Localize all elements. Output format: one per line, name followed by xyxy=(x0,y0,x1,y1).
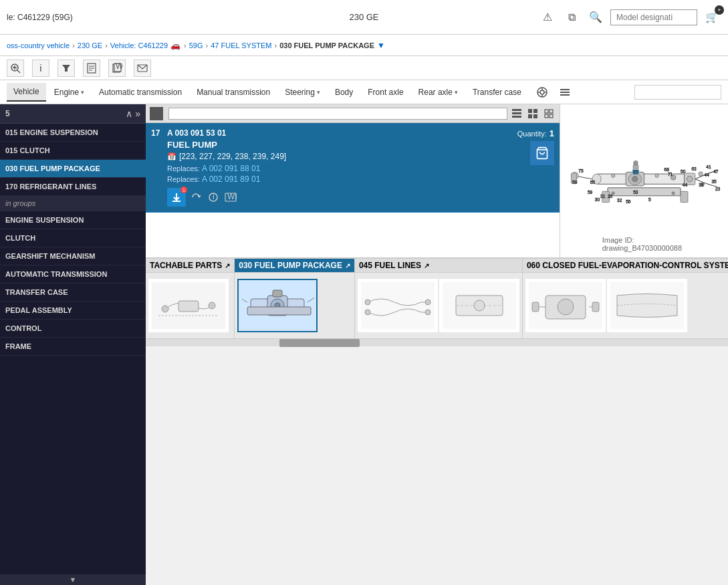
tab-extra-icon-2[interactable] xyxy=(556,84,574,101)
thumb-img-evap-1[interactable] xyxy=(525,279,606,332)
svg-rect-89 xyxy=(178,301,199,312)
sidebar-item-pedal[interactable]: PEDAL ASSEMBLY xyxy=(0,302,146,320)
svg-text:35: 35 xyxy=(711,179,717,183)
parts-search-input[interactable] xyxy=(168,108,507,120)
svg-rect-96 xyxy=(247,307,311,315)
parts-toolbar-select[interactable] xyxy=(150,107,163,120)
thumb-label-evaporation[interactable]: 060 CLOSED FUEL-EVAPORATION-CONTROL SYST… xyxy=(523,259,728,273)
horizontal-scrollbar[interactable] xyxy=(146,338,728,346)
breadcrumb-item-1[interactable]: 230 GE xyxy=(78,41,102,49)
thumb-label-fuel-lines[interactable]: 045 FUEL LINES ↗ xyxy=(355,259,522,273)
mail-icon[interactable] xyxy=(134,60,151,77)
svg-point-47 xyxy=(632,176,638,182)
tab-extra-icon-1[interactable] xyxy=(533,84,551,101)
cart-icon[interactable]: 🛒+ xyxy=(703,8,721,27)
part-details: A 003 091 53 01 FUEL PUMP 📅 [223, 227, 2… xyxy=(167,128,512,207)
diagram-area: 65 75 68 71 63 41 44 47 35 38 44 50 5 56 xyxy=(560,104,728,257)
svg-text:56: 56 xyxy=(626,199,631,203)
nav-tabs: Vehicle Engine ▾ Automatic transmission … xyxy=(0,80,728,104)
tab-automatic-transmission[interactable]: Automatic transmission xyxy=(92,84,189,101)
thumb-label-fuel-pump[interactable]: 030 FUEL PUMP PACKAGE ↗ xyxy=(235,259,354,273)
sidebar-item-fuel-pump[interactable]: 030 FUEL PUMP PACKAGE xyxy=(0,160,146,178)
thumb-img-evap-2[interactable] xyxy=(607,279,687,332)
sidebar-expand-btn[interactable]: » xyxy=(135,108,140,119)
copy-icon[interactable]: ⧉ xyxy=(562,8,581,27)
doc1-icon[interactable] xyxy=(83,60,100,77)
replaces-link-2[interactable]: A 002 091 89 01 xyxy=(202,174,260,184)
filter-icon[interactable] xyxy=(57,60,75,77)
svg-text:50: 50 xyxy=(681,168,686,173)
parts-list-view-icon[interactable] xyxy=(510,107,523,120)
sidebar-item-transfer[interactable]: TRANSFER CASE xyxy=(0,283,146,302)
parts-list: 17 A 003 091 53 01 FUEL PUMP 📅 [223, 227… xyxy=(146,104,560,257)
svg-point-107 xyxy=(558,299,574,315)
sidebar-item-frame[interactable]: FRAME xyxy=(0,338,146,356)
thumb-img-fuel-lines-2[interactable] xyxy=(439,279,519,332)
tab-steering[interactable]: Steering ▾ xyxy=(278,84,327,101)
sidebar-collapse-btn[interactable]: ∧ xyxy=(126,108,132,119)
vehicle-info-icon[interactable]: 🚗 xyxy=(170,40,181,51)
thumb-label-attachable[interactable]: TACHABLE PARTS ↗ xyxy=(146,259,234,273)
cart-badge: + xyxy=(715,5,724,15)
top-bar: le: C461229 (59G) 230 GE ⚠ ⧉ 🔍 🛒+ xyxy=(0,0,728,35)
thumb-img-fuel-pump-1[interactable] xyxy=(237,279,318,332)
part-download-btn[interactable]: 1 xyxy=(167,188,186,207)
tab-body[interactable]: Body xyxy=(328,84,360,101)
part-info-icon[interactable]: i xyxy=(206,190,221,205)
info-icon[interactable]: i xyxy=(32,60,49,77)
parts-expand-icon[interactable] xyxy=(542,107,556,120)
tab-manual-transmission[interactable]: Manual transmission xyxy=(190,84,277,101)
sidebar-item-auto-trans[interactable]: AUTOMATIC TRANSMISSION xyxy=(0,265,146,283)
scroll-down-btn[interactable]: ▼ xyxy=(70,576,77,584)
tab-rear-axle[interactable]: Rear axle ▾ xyxy=(412,84,465,101)
svg-rect-22 xyxy=(512,109,521,111)
sidebar-item-clutch[interactable]: 015 CLUTCH xyxy=(0,142,146,160)
tab-transfer-case[interactable]: Transfer case xyxy=(466,84,528,101)
sidebar-item-engine-suspension[interactable]: 015 ENGINE SUSPENSION xyxy=(0,124,146,142)
warning-icon[interactable]: ⚠ xyxy=(538,8,557,27)
search-icon-top[interactable]: 🔍 xyxy=(586,8,605,27)
sidebar-item-refrigerant[interactable]: 170 REFRIGERANT LINES xyxy=(0,178,146,196)
zoom-in-icon[interactable] xyxy=(7,60,24,77)
sidebar-scroll-down[interactable]: ▼ xyxy=(0,574,146,585)
model-label: 230 GE xyxy=(349,12,378,22)
breadcrumb-dropdown-icon[interactable]: ▼ xyxy=(377,41,385,50)
part-models: 📅 [223, 227, 229, 238, 239, 249] xyxy=(167,152,512,161)
svg-text:47: 47 xyxy=(713,168,719,173)
nav-search-input[interactable] xyxy=(634,85,721,100)
svg-point-49 xyxy=(634,160,638,165)
model-search-input[interactable] xyxy=(610,9,697,25)
tab-vehicle[interactable]: Vehicle xyxy=(7,83,46,102)
part-wis-icon[interactable]: WIS xyxy=(223,190,238,205)
bottom-strip: TACHABLE PARTS ↗ xyxy=(146,258,728,338)
svg-point-14 xyxy=(540,90,544,94)
scrollbar-thumb[interactable] xyxy=(279,339,360,347)
svg-rect-29 xyxy=(545,110,548,113)
svg-text:59: 59 xyxy=(572,180,578,185)
svg-text:41: 41 xyxy=(706,164,711,168)
thumb-img-attachable-1[interactable] xyxy=(148,279,229,332)
sidebar-item-gearshift[interactable]: GEARSHIFT MECHANISM xyxy=(0,247,146,265)
thumb-external-icon-1: ↗ xyxy=(345,262,350,269)
sidebar-item-control[interactable]: CONTROL xyxy=(0,320,146,338)
tab-front-axle[interactable]: Front axle xyxy=(361,84,410,101)
doc2-icon[interactable]: WIS xyxy=(108,60,126,77)
thumb-img-fuel-lines-1[interactable] xyxy=(358,279,438,332)
svg-rect-31 xyxy=(545,114,548,118)
tab-engine[interactable]: Engine ▾ xyxy=(47,84,91,101)
sidebar-item-engine-susp-group[interactable]: ENGINE SUSPENSION xyxy=(0,211,146,229)
replaces-link-1[interactable]: A 002 091 88 01 xyxy=(202,164,260,173)
add-to-cart-btn[interactable] xyxy=(530,141,554,165)
part-row: 17 A 003 091 53 01 FUEL PUMP 📅 [223, 227… xyxy=(146,123,560,213)
breadcrumb-item-0[interactable]: oss-country vehicle xyxy=(7,41,70,49)
breadcrumb-item-2[interactable]: Vehicle: C461229 xyxy=(110,41,168,49)
svg-point-99 xyxy=(425,300,431,305)
parts-grid-view-icon[interactable] xyxy=(526,107,539,120)
breadcrumb-item-3[interactable]: 59G xyxy=(189,41,203,49)
sidebar-item-clutch-group[interactable]: CLUTCH xyxy=(0,229,146,247)
part-refresh-icon[interactable] xyxy=(189,190,203,205)
breadcrumb-item-4[interactable]: 47 FUEL SYSTEM xyxy=(211,41,271,49)
sidebar-list: 015 ENGINE SUSPENSION 015 CLUTCH 030 FUE… xyxy=(0,124,146,574)
toolbar-row: i WIS xyxy=(0,56,728,80)
sidebar-controls: ∧ » xyxy=(126,108,140,119)
